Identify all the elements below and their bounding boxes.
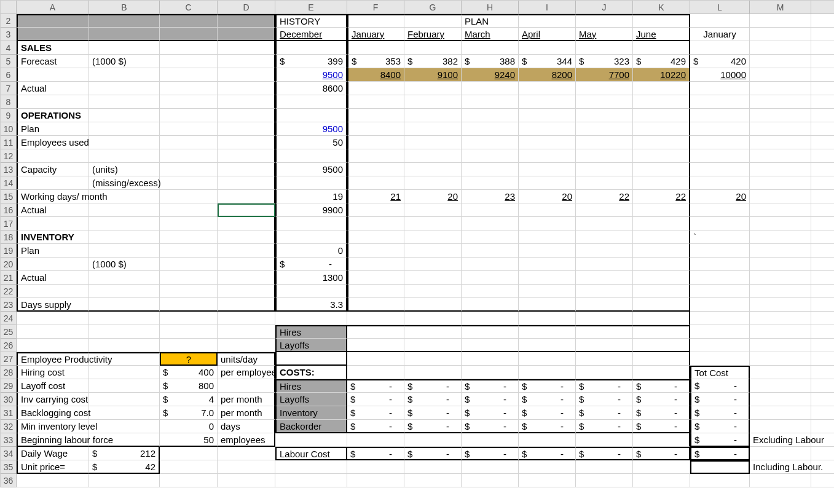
cell-m8[interactable] xyxy=(750,95,811,109)
cell-l34[interactable]: $- xyxy=(690,447,750,460)
cell-i36[interactable] xyxy=(519,474,576,487)
cell-d33[interactable]: employees xyxy=(218,433,275,447)
cell-a16[interactable]: Actual xyxy=(17,203,89,217)
cell-b13[interactable]: (units) xyxy=(89,163,160,176)
cell-b36[interactable] xyxy=(89,474,160,487)
cell-g9[interactable] xyxy=(404,109,462,122)
cell-m36[interactable] xyxy=(750,474,811,487)
cell-c3[interactable] xyxy=(160,28,218,41)
row-2[interactable]: 2 xyxy=(1,14,17,28)
cell-i24[interactable] xyxy=(519,312,576,325)
cell-m32[interactable] xyxy=(750,420,811,433)
cell-m24[interactable] xyxy=(750,312,811,325)
cell-f9[interactable] xyxy=(347,109,404,122)
cell-i34[interactable]: $- xyxy=(519,447,576,460)
cell-d26[interactable] xyxy=(218,339,275,352)
cell-l20[interactable] xyxy=(690,258,750,271)
cell-g19[interactable] xyxy=(404,244,462,258)
cell-g29[interactable]: $- xyxy=(404,379,462,393)
cell-g4[interactable] xyxy=(404,41,462,55)
cell-c27[interactable]: ? xyxy=(160,352,218,366)
cell-e2[interactable]: HISTORY xyxy=(275,14,347,28)
cell-a7[interactable]: Actual xyxy=(17,82,89,95)
cell-n27[interactable] xyxy=(811,352,834,366)
cell-n13[interactable] xyxy=(811,163,834,176)
cell-i18[interactable] xyxy=(519,230,576,244)
cell-c19[interactable] xyxy=(160,244,218,258)
cell-k13[interactable] xyxy=(633,163,690,176)
cell-k26[interactable] xyxy=(633,339,690,352)
cell-m27[interactable] xyxy=(750,352,811,366)
cell-i5[interactable]: $344 xyxy=(519,55,576,68)
cell-a27[interactable]: Employee Productivity xyxy=(17,352,89,366)
cell-j14[interactable] xyxy=(576,176,633,190)
cell-n16[interactable] xyxy=(811,203,834,217)
cell-a25[interactable] xyxy=(17,325,89,339)
cell-b3[interactable] xyxy=(89,28,160,41)
col-n[interactable]: N xyxy=(811,1,834,14)
row-23[interactable]: 23 xyxy=(1,298,17,312)
cell-h36[interactable] xyxy=(462,474,519,487)
cell-k5[interactable]: $429 xyxy=(633,55,690,68)
cell-l14[interactable] xyxy=(690,176,750,190)
cell-g26[interactable] xyxy=(404,339,462,352)
cell-e31[interactable]: Inventory xyxy=(275,406,347,420)
cell-i2[interactable] xyxy=(519,14,576,28)
cell-c30[interactable]: $4 xyxy=(160,393,218,406)
cell-d31[interactable]: per month xyxy=(218,406,275,420)
cell-a19[interactable]: Plan xyxy=(17,244,89,258)
cell-l5[interactable]: $420 xyxy=(690,55,750,68)
col-f[interactable]: F xyxy=(347,1,404,14)
cell-e20[interactable]: $- xyxy=(275,258,347,271)
cell-b18[interactable] xyxy=(89,230,160,244)
cell-d27[interactable]: units/day xyxy=(218,352,275,366)
cell-a14[interactable] xyxy=(17,176,89,190)
row-25[interactable]: 25 xyxy=(1,325,17,339)
cell-i20[interactable] xyxy=(519,258,576,271)
row-26[interactable]: 26 xyxy=(1,339,17,352)
cell-l29[interactable]: $- xyxy=(690,379,750,393)
cell-n24[interactable] xyxy=(811,312,834,325)
cell-h28[interactable] xyxy=(462,366,519,379)
cell-g33[interactable] xyxy=(404,433,462,447)
cell-n22[interactable] xyxy=(811,285,834,298)
cell-d35[interactable] xyxy=(218,460,275,474)
cell-c7[interactable] xyxy=(160,82,218,95)
cell-a13[interactable]: Capacity xyxy=(17,163,89,176)
cell-g8[interactable] xyxy=(404,95,462,109)
cell-h31[interactable]: $- xyxy=(462,406,519,420)
cell-f14[interactable] xyxy=(347,176,404,190)
cell-d20[interactable] xyxy=(218,258,275,271)
cell-c33[interactable]: 50 xyxy=(160,433,218,447)
cell-a30[interactable]: Inv carrying cost xyxy=(17,393,89,406)
cell-h7[interactable] xyxy=(462,82,519,95)
cell-d7[interactable] xyxy=(218,82,275,95)
cell-j18[interactable] xyxy=(576,230,633,244)
cell-c29[interactable]: $800 xyxy=(160,379,218,393)
cell-d6[interactable] xyxy=(218,68,275,82)
row-17[interactable]: 17 xyxy=(1,217,17,230)
cell-k19[interactable] xyxy=(633,244,690,258)
cell-l23[interactable] xyxy=(690,298,750,312)
cell-l16[interactable] xyxy=(690,203,750,217)
cell-n5[interactable] xyxy=(811,55,834,68)
cell-h8[interactable] xyxy=(462,95,519,109)
cell-n18[interactable] xyxy=(811,230,834,244)
cell-e19[interactable]: 0 xyxy=(275,244,347,258)
row-19[interactable]: 19 xyxy=(1,244,17,258)
cell-i25[interactable] xyxy=(519,325,576,339)
cell-g20[interactable] xyxy=(404,258,462,271)
cell-e13[interactable]: 9500 xyxy=(275,163,347,176)
cell-n6[interactable] xyxy=(811,68,834,82)
cell-i13[interactable] xyxy=(519,163,576,176)
cell-c22[interactable] xyxy=(160,285,218,298)
cell-h16[interactable] xyxy=(462,203,519,217)
cell-k25[interactable] xyxy=(633,325,690,339)
cell-g12[interactable] xyxy=(404,149,462,163)
cell-a4[interactable]: SALES xyxy=(17,41,89,55)
row-32[interactable]: 32 xyxy=(1,420,17,433)
cell-h34[interactable]: $- xyxy=(462,447,519,460)
cell-e27[interactable] xyxy=(275,352,347,366)
cell-h25[interactable] xyxy=(462,325,519,339)
cell-a11[interactable]: Employees used xyxy=(17,136,89,149)
